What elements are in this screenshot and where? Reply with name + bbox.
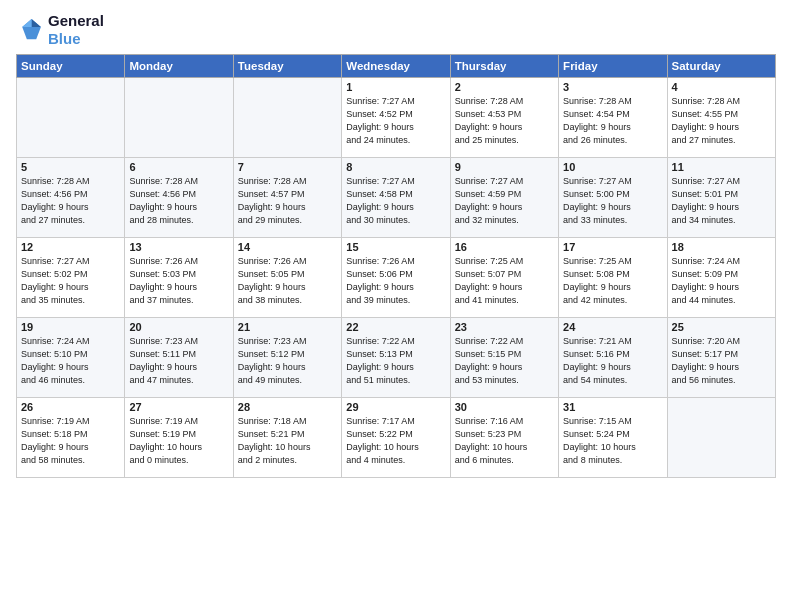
week-row-5: 26Sunrise: 7:19 AM Sunset: 5:18 PM Dayli… [17,398,776,478]
day-number: 5 [21,161,120,173]
day-info: Sunrise: 7:20 AM Sunset: 5:17 PM Dayligh… [672,335,771,387]
calendar-cell: 3Sunrise: 7:28 AM Sunset: 4:54 PM Daylig… [559,78,667,158]
day-info: Sunrise: 7:28 AM Sunset: 4:53 PM Dayligh… [455,95,554,147]
day-info: Sunrise: 7:24 AM Sunset: 5:10 PM Dayligh… [21,335,120,387]
day-info: Sunrise: 7:19 AM Sunset: 5:18 PM Dayligh… [21,415,120,467]
logo-icon [16,16,44,44]
day-info: Sunrise: 7:17 AM Sunset: 5:22 PM Dayligh… [346,415,445,467]
calendar-cell: 16Sunrise: 7:25 AM Sunset: 5:07 PM Dayli… [450,238,558,318]
weekday-header-sunday: Sunday [17,55,125,78]
day-info: Sunrise: 7:15 AM Sunset: 5:24 PM Dayligh… [563,415,662,467]
day-number: 30 [455,401,554,413]
calendar-cell: 15Sunrise: 7:26 AM Sunset: 5:06 PM Dayli… [342,238,450,318]
day-info: Sunrise: 7:16 AM Sunset: 5:23 PM Dayligh… [455,415,554,467]
day-info: Sunrise: 7:26 AM Sunset: 5:05 PM Dayligh… [238,255,337,307]
day-info: Sunrise: 7:28 AM Sunset: 4:54 PM Dayligh… [563,95,662,147]
calendar-cell: 2Sunrise: 7:28 AM Sunset: 4:53 PM Daylig… [450,78,558,158]
calendar-cell: 9Sunrise: 7:27 AM Sunset: 4:59 PM Daylig… [450,158,558,238]
weekday-header-monday: Monday [125,55,233,78]
calendar-cell: 11Sunrise: 7:27 AM Sunset: 5:01 PM Dayli… [667,158,775,238]
day-number: 27 [129,401,228,413]
svg-marker-2 [22,19,31,27]
calendar-cell: 25Sunrise: 7:20 AM Sunset: 5:17 PM Dayli… [667,318,775,398]
logo-text: General Blue [48,12,104,48]
day-number: 15 [346,241,445,253]
calendar-cell: 7Sunrise: 7:28 AM Sunset: 4:57 PM Daylig… [233,158,341,238]
day-info: Sunrise: 7:22 AM Sunset: 5:15 PM Dayligh… [455,335,554,387]
day-info: Sunrise: 7:23 AM Sunset: 5:11 PM Dayligh… [129,335,228,387]
day-info: Sunrise: 7:28 AM Sunset: 4:55 PM Dayligh… [672,95,771,147]
calendar-cell: 31Sunrise: 7:15 AM Sunset: 5:24 PM Dayli… [559,398,667,478]
day-info: Sunrise: 7:19 AM Sunset: 5:19 PM Dayligh… [129,415,228,467]
day-info: Sunrise: 7:27 AM Sunset: 5:02 PM Dayligh… [21,255,120,307]
day-number: 20 [129,321,228,333]
day-info: Sunrise: 7:21 AM Sunset: 5:16 PM Dayligh… [563,335,662,387]
calendar-cell: 28Sunrise: 7:18 AM Sunset: 5:21 PM Dayli… [233,398,341,478]
calendar-cell [233,78,341,158]
day-number: 2 [455,81,554,93]
calendar-cell: 29Sunrise: 7:17 AM Sunset: 5:22 PM Dayli… [342,398,450,478]
calendar-cell: 17Sunrise: 7:25 AM Sunset: 5:08 PM Dayli… [559,238,667,318]
calendar-cell [667,398,775,478]
weekday-header-wednesday: Wednesday [342,55,450,78]
calendar-cell: 21Sunrise: 7:23 AM Sunset: 5:12 PM Dayli… [233,318,341,398]
calendar-cell: 27Sunrise: 7:19 AM Sunset: 5:19 PM Dayli… [125,398,233,478]
calendar-cell: 14Sunrise: 7:26 AM Sunset: 5:05 PM Dayli… [233,238,341,318]
day-info: Sunrise: 7:25 AM Sunset: 5:08 PM Dayligh… [563,255,662,307]
day-number: 28 [238,401,337,413]
week-row-4: 19Sunrise: 7:24 AM Sunset: 5:10 PM Dayli… [17,318,776,398]
day-info: Sunrise: 7:23 AM Sunset: 5:12 PM Dayligh… [238,335,337,387]
weekday-header-tuesday: Tuesday [233,55,341,78]
calendar-cell: 5Sunrise: 7:28 AM Sunset: 4:56 PM Daylig… [17,158,125,238]
day-number: 21 [238,321,337,333]
day-info: Sunrise: 7:26 AM Sunset: 5:03 PM Dayligh… [129,255,228,307]
day-number: 4 [672,81,771,93]
day-info: Sunrise: 7:18 AM Sunset: 5:21 PM Dayligh… [238,415,337,467]
day-info: Sunrise: 7:27 AM Sunset: 5:01 PM Dayligh… [672,175,771,227]
day-number: 1 [346,81,445,93]
logo: General Blue [16,12,104,48]
day-info: Sunrise: 7:27 AM Sunset: 4:52 PM Dayligh… [346,95,445,147]
calendar-cell: 13Sunrise: 7:26 AM Sunset: 5:03 PM Dayli… [125,238,233,318]
day-number: 19 [21,321,120,333]
week-row-2: 5Sunrise: 7:28 AM Sunset: 4:56 PM Daylig… [17,158,776,238]
day-number: 8 [346,161,445,173]
calendar-cell: 22Sunrise: 7:22 AM Sunset: 5:13 PM Dayli… [342,318,450,398]
day-info: Sunrise: 7:22 AM Sunset: 5:13 PM Dayligh… [346,335,445,387]
svg-marker-1 [32,19,41,27]
week-row-3: 12Sunrise: 7:27 AM Sunset: 5:02 PM Dayli… [17,238,776,318]
day-number: 18 [672,241,771,253]
page: General Blue SundayMondayTuesdayWednesda… [0,0,792,612]
day-number: 12 [21,241,120,253]
weekday-header-friday: Friday [559,55,667,78]
calendar-cell: 26Sunrise: 7:19 AM Sunset: 5:18 PM Dayli… [17,398,125,478]
calendar-cell: 23Sunrise: 7:22 AM Sunset: 5:15 PM Dayli… [450,318,558,398]
day-number: 25 [672,321,771,333]
calendar-cell: 10Sunrise: 7:27 AM Sunset: 5:00 PM Dayli… [559,158,667,238]
calendar-cell [17,78,125,158]
day-info: Sunrise: 7:24 AM Sunset: 5:09 PM Dayligh… [672,255,771,307]
day-number: 16 [455,241,554,253]
day-number: 23 [455,321,554,333]
day-number: 6 [129,161,228,173]
day-info: Sunrise: 7:28 AM Sunset: 4:57 PM Dayligh… [238,175,337,227]
day-number: 11 [672,161,771,173]
weekday-header-saturday: Saturday [667,55,775,78]
calendar-cell: 12Sunrise: 7:27 AM Sunset: 5:02 PM Dayli… [17,238,125,318]
weekday-header-row: SundayMondayTuesdayWednesdayThursdayFrid… [17,55,776,78]
day-number: 7 [238,161,337,173]
calendar-table: SundayMondayTuesdayWednesdayThursdayFrid… [16,54,776,478]
day-info: Sunrise: 7:25 AM Sunset: 5:07 PM Dayligh… [455,255,554,307]
day-info: Sunrise: 7:28 AM Sunset: 4:56 PM Dayligh… [21,175,120,227]
calendar-cell [125,78,233,158]
calendar-cell: 24Sunrise: 7:21 AM Sunset: 5:16 PM Dayli… [559,318,667,398]
day-number: 10 [563,161,662,173]
day-number: 17 [563,241,662,253]
calendar-cell: 4Sunrise: 7:28 AM Sunset: 4:55 PM Daylig… [667,78,775,158]
day-info: Sunrise: 7:27 AM Sunset: 4:59 PM Dayligh… [455,175,554,227]
calendar-cell: 6Sunrise: 7:28 AM Sunset: 4:56 PM Daylig… [125,158,233,238]
day-number: 22 [346,321,445,333]
day-info: Sunrise: 7:28 AM Sunset: 4:56 PM Dayligh… [129,175,228,227]
day-number: 26 [21,401,120,413]
day-number: 13 [129,241,228,253]
